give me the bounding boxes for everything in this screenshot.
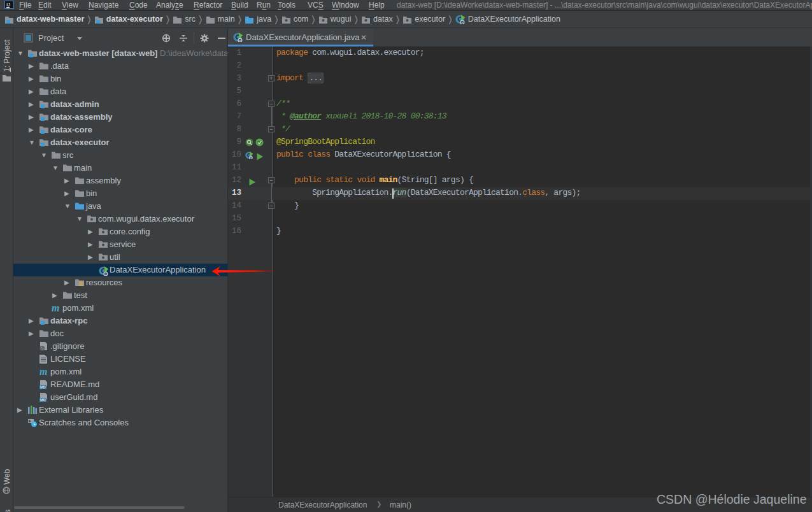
svg-text:MD: MD bbox=[40, 385, 46, 389]
svg-text:MD: MD bbox=[40, 398, 46, 402]
svg-text:IJ: IJ bbox=[6, 2, 10, 8]
